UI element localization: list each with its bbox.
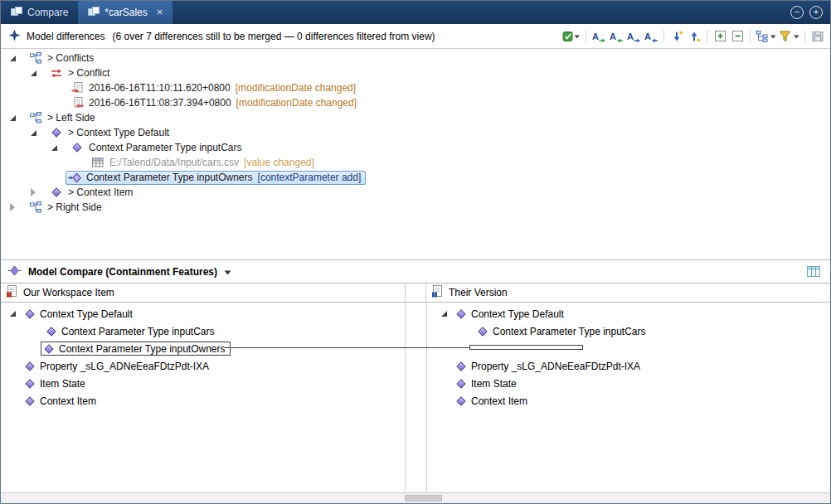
expander-expanded-icon[interactable]: [7, 113, 17, 123]
tree-row-change-2[interactable]: 2016-06-16T11:08:37.394+0800 [modificati…: [1, 95, 830, 110]
layout-grid-icon[interactable]: [807, 265, 820, 280]
filters-dropdown-icon[interactable]: [779, 28, 799, 45]
tree-row-cars-csv[interactable]: E:/Talend/Data/Input/cars.csv [value cha…: [1, 155, 830, 170]
tree-row-left-side[interactable]: > Left Side: [1, 110, 830, 125]
left-column-header: Our Workspace Item: [1, 284, 405, 302]
workspace-item-icon: [7, 285, 17, 300]
tree-row[interactable]: Context Type Default: [1, 305, 405, 322]
tree-row[interactable]: Property _sLG_ADNeEeaFDtzPdt-IXA: [1, 357, 405, 375]
grouping-dropdown-icon[interactable]: [756, 28, 776, 45]
group-icon: [29, 111, 42, 124]
diamond-icon: [24, 378, 36, 390]
svg-text:A: A: [610, 32, 616, 41]
expander-expanded-icon[interactable]: [7, 309, 17, 319]
tree-row-label: > Conflicts: [47, 52, 94, 64]
chevron-down-icon[interactable]: [224, 266, 231, 278]
tree-row-label: > Left Side: [47, 112, 95, 124]
tree-row[interactable]: Context Parameter Type inputCars: [427, 322, 830, 340]
expand-all-icon[interactable]: [712, 28, 727, 45]
expander-expanded-icon[interactable]: [49, 143, 59, 153]
tree-row[interactable]: Item State: [1, 375, 405, 392]
right-column-header-label: Their Version: [449, 287, 508, 298]
tree-row-context-type-default[interactable]: > Context Type Default: [1, 125, 830, 140]
diamond-icon: [477, 326, 488, 337]
save-icon[interactable]: [810, 28, 825, 45]
tree-row[interactable]: Context Item: [427, 392, 830, 410]
maximize-button[interactable]: +: [809, 6, 823, 19]
tree-row-context-item[interactable]: > Context Item: [1, 185, 830, 200]
tree-row-conflicts[interactable]: > Conflicts: [1, 51, 830, 65]
differences-toolbar: Model differences (6 over 7 differences …: [1, 24, 830, 49]
collapse-all-icon[interactable]: [730, 28, 745, 45]
tree-row-label: E:/Talend/Data/Input/cars.csv: [109, 157, 239, 168]
close-tab-icon[interactable]: ×: [157, 8, 163, 17]
expander-slot: [29, 327, 39, 337]
expander-slot: [7, 396, 17, 406]
tree-row[interactable]: Context Type Default: [427, 305, 830, 322]
tree-row[interactable]: Context Parameter Type inputCars: [1, 322, 405, 340]
tree-row-label: Context Type Default: [471, 308, 564, 320]
tree-row-conflict[interactable]: > Conflict: [1, 65, 830, 80]
model-differences-icon: [8, 29, 21, 44]
model-compare-icon: [7, 265, 22, 279]
expander-expanded-icon[interactable]: [439, 309, 449, 319]
change-annotation: [contextParameter add]: [258, 172, 362, 183]
expander-slot: [439, 361, 449, 371]
expander-slot: [7, 379, 17, 389]
svg-text:A: A: [627, 32, 634, 41]
diamond-icon: [455, 361, 467, 372]
tree-row-label: Property _sLG_ADNeEeaFDtzPdt-IXA: [471, 361, 640, 372]
tab-carsales[interactable]: *carSales ×: [78, 1, 173, 24]
center-gutter-header: [405, 284, 426, 302]
tree-row-label: Item State: [40, 378, 85, 390]
diamond-icon: [46, 326, 57, 337]
merge-a-left-icon[interactable]: A: [609, 28, 624, 45]
tab-compare[interactable]: Compare: [1, 1, 78, 24]
tree-row-input-owners[interactable]: Context Parameter Type inputOwners [cont…: [1, 170, 830, 185]
compare-viewer-title: Model Compare (Containment Features): [28, 266, 217, 278]
tree-row-change-1[interactable]: 2016-06-16T11:10:11.620+0800 [modificati…: [1, 80, 830, 95]
left-compare-tree: Context Type Default Context Parameter T…: [1, 303, 405, 492]
differences-tree: > Conflicts > Conflict 2016-06-16T11:10:…: [1, 49, 830, 259]
expander-expanded-icon[interactable]: [28, 128, 38, 138]
tree-row-label: > Conflict: [68, 67, 109, 79]
previous-difference-icon[interactable]: [687, 28, 702, 45]
tree-row-label: Context Parameter Type inputOwners: [59, 343, 226, 355]
tree-row-label: Context Parameter Type inputCars: [493, 326, 646, 337]
group-icon: [29, 51, 42, 65]
expander-collapsed-icon[interactable]: [28, 187, 38, 197]
tree-row-right-side[interactable]: > Right Side: [1, 200, 830, 215]
diamond-icon: [50, 126, 63, 139]
right-compare-tree: Context Type Default Context Parameter T…: [427, 303, 830, 492]
accept-filter-dropdown-icon[interactable]: [562, 28, 581, 45]
next-difference-icon[interactable]: [669, 28, 684, 45]
selected-node[interactable]: Context Parameter Type inputOwners [cont…: [66, 171, 366, 185]
value-table-icon: [91, 156, 104, 169]
tab-label: *carSales: [104, 7, 147, 18]
tree-row[interactable]: Context Item: [1, 392, 405, 410]
change-annotation: [value changed]: [244, 157, 314, 168]
toolbar-summary: (6 over 7 differences still to be merged…: [113, 31, 435, 42]
expander-expanded-icon[interactable]: [28, 68, 38, 78]
tree-row-label: > Context Type Default: [68, 127, 169, 138]
diamond-icon: [455, 308, 467, 320]
merge-all-a-right-icon[interactable]: A: [626, 28, 641, 45]
horizontal-scrollbar[interactable]: [1, 492, 830, 503]
tree-row[interactable]: Property _sLG_ADNeEeaFDtzPdt-IXA: [427, 357, 830, 375]
expander-expanded-icon[interactable]: [7, 53, 17, 63]
minimize-button[interactable]: −: [790, 6, 804, 19]
expander-collapsed-icon[interactable]: [7, 202, 17, 212]
expander-slot: [49, 172, 59, 182]
tree-row-label: Context Parameter Type inputCars: [89, 142, 242, 153]
merge-all-a-left-icon[interactable]: A: [644, 28, 658, 45]
merge-a-right-icon[interactable]: A: [591, 28, 606, 45]
toolbar-separator: [663, 30, 664, 43]
tree-row[interactable]: Item State: [427, 375, 830, 392]
compare-editor-window: Compare *carSales × − + Model difference…: [0, 0, 831, 504]
tree-row[interactable]: Context Parameter Type inputOwners: [1, 340, 405, 357]
diamond-icon: [50, 186, 63, 199]
matched-node-box[interactable]: Context Parameter Type inputOwners: [41, 342, 231, 356]
tree-row-input-cars[interactable]: Context Parameter Type inputCars: [1, 140, 830, 155]
compare-editor-icon: [88, 7, 100, 19]
scrollbar-thumb[interactable]: [405, 495, 442, 502]
